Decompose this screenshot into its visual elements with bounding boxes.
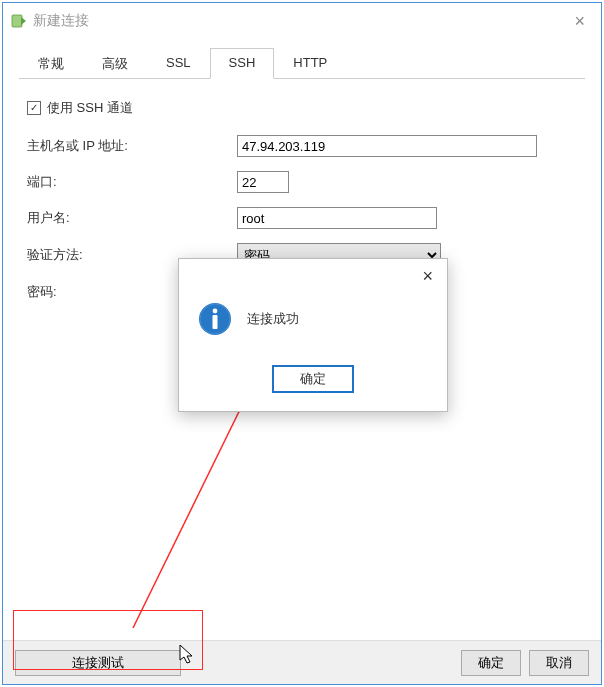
ok-button[interactable]: 确定 [461, 650, 521, 676]
user-input[interactable] [237, 207, 437, 229]
use-ssh-row: 使用 SSH 通道 [27, 99, 577, 117]
annotation-arrow-icon [123, 373, 303, 633]
svg-line-1 [133, 383, 253, 628]
tab-http[interactable]: HTTP [274, 48, 346, 79]
footer-bar: 连接测试 确定 取消 [3, 640, 601, 684]
test-connection-button[interactable]: 连接测试 [15, 650, 181, 676]
svg-point-4 [213, 309, 218, 314]
cancel-button[interactable]: 取消 [529, 650, 589, 676]
use-ssh-checkbox[interactable] [27, 101, 41, 115]
use-ssh-label: 使用 SSH 通道 [47, 99, 133, 117]
host-label: 主机名或 IP 地址: [27, 137, 237, 155]
window-title: 新建连接 [33, 12, 566, 30]
tab-bar: 常规 高级 SSL SSH HTTP [19, 47, 585, 79]
svg-rect-0 [12, 15, 22, 27]
tab-ssh[interactable]: SSH [210, 48, 275, 79]
dialog-close-icon[interactable]: × [414, 264, 441, 289]
dialog-message: 连接成功 [247, 310, 299, 328]
user-label: 用户名: [27, 209, 237, 227]
dialog-titlebar: × [179, 259, 447, 293]
tab-general[interactable]: 常规 [19, 48, 83, 79]
port-input[interactable] [237, 171, 289, 193]
app-icon [11, 13, 27, 29]
titlebar: 新建连接 × [3, 3, 601, 39]
close-icon[interactable]: × [566, 7, 593, 36]
svg-rect-5 [213, 315, 218, 329]
port-label: 端口: [27, 173, 237, 191]
tab-advanced[interactable]: 高级 [83, 48, 147, 79]
success-dialog: × 连接成功 确定 [178, 258, 448, 412]
tab-ssl[interactable]: SSL [147, 48, 210, 79]
dialog-ok-button[interactable]: 确定 [272, 365, 354, 393]
info-icon [197, 301, 233, 337]
main-window: 新建连接 × 常规 高级 SSL SSH HTTP 使用 SSH 通道 主机名或… [2, 2, 602, 685]
host-input[interactable] [237, 135, 537, 157]
